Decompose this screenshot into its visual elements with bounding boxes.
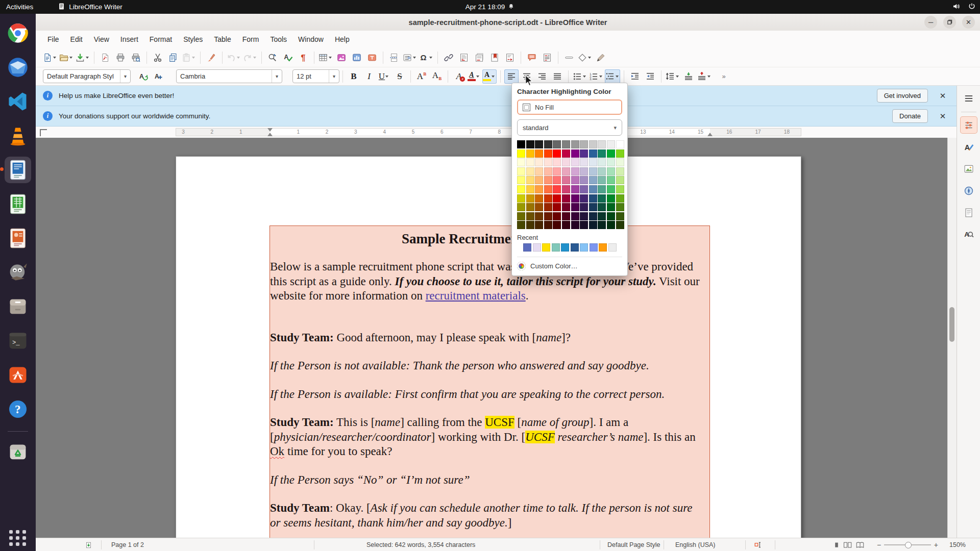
palette-color[interactable]	[526, 158, 534, 166]
chevron-down-icon[interactable]	[192, 57, 195, 59]
document-modified-icon[interactable]	[85, 538, 92, 551]
palette-color[interactable]	[544, 167, 552, 176]
palette-color[interactable]	[535, 185, 543, 193]
palette-color[interactable]	[589, 221, 597, 229]
insert-image-button[interactable]	[334, 51, 349, 65]
close-button[interactable]: ✕	[962, 16, 975, 29]
sidebar-tab-styles[interactable]: A	[960, 138, 977, 156]
palette-color[interactable]	[562, 176, 570, 184]
palette-color[interactable]	[553, 149, 561, 158]
clone-formatting-button[interactable]	[204, 51, 218, 65]
palette-color[interactable]	[517, 203, 525, 211]
dock-item-gimp[interactable]	[5, 259, 31, 286]
menu-edit[interactable]: Edit	[65, 32, 88, 46]
palette-color[interactable]	[544, 221, 552, 229]
print-button[interactable]	[113, 51, 128, 65]
palette-color[interactable]	[562, 194, 570, 203]
palette-color[interactable]	[544, 140, 552, 148]
palette-color[interactable]	[616, 149, 624, 158]
find-replace-button[interactable]	[265, 51, 280, 65]
subscript-button[interactable]: AB	[430, 69, 444, 84]
clock-menu[interactable]: Apr 21 18:09	[465, 0, 514, 14]
palette-color[interactable]	[580, 158, 588, 166]
palette-select[interactable]: standard ▾	[517, 119, 622, 136]
recent-color[interactable]	[552, 243, 560, 252]
palette-color[interactable]	[544, 203, 552, 211]
palette-color[interactable]	[544, 149, 552, 158]
dock-item-files[interactable]	[5, 293, 31, 320]
increase-indent-button[interactable]	[628, 69, 642, 84]
palette-color[interactable]	[526, 185, 534, 193]
font-color-button[interactable]: A	[467, 69, 481, 84]
dock-item-ubuntu-software[interactable]	[5, 362, 31, 388]
close-icon[interactable]: ✕	[936, 89, 949, 103]
ordered-list-button[interactable]: 1.2.3.	[589, 69, 604, 84]
palette-color[interactable]	[553, 167, 561, 176]
document-page[interactable]: Sample Recruitment Below is a sample rec…	[176, 156, 801, 538]
palette-color[interactable]	[553, 140, 561, 148]
recruitment-materials-link[interactable]: recruitment materials	[426, 289, 526, 302]
insert-chart-button[interactable]	[350, 51, 364, 65]
sidebar-tab-gallery[interactable]	[960, 160, 977, 178]
palette-color[interactable]	[517, 221, 525, 229]
menu-file[interactable]: File	[42, 32, 65, 46]
palette-color[interactable]	[598, 221, 606, 229]
chevron-down-icon[interactable]	[676, 76, 679, 78]
palette-color[interactable]	[607, 167, 615, 176]
palette-color[interactable]	[580, 140, 588, 148]
sidebar-tab-page[interactable]	[960, 204, 977, 221]
page-style[interactable]: Default Page Style	[607, 538, 660, 551]
app-menu[interactable]: LibreOffice Writer	[52, 0, 129, 14]
no-fill-button[interactable]: No Fill	[517, 99, 622, 115]
formatting-marks-button[interactable]: ¶	[296, 51, 310, 65]
cut-button[interactable]	[151, 51, 165, 65]
palette-color[interactable]	[517, 185, 525, 193]
menu-tools[interactable]: Tools	[264, 32, 292, 46]
outline-format-button[interactable]	[605, 69, 620, 84]
palette-color[interactable]	[589, 158, 597, 166]
chevron-down-icon[interactable]	[69, 57, 72, 59]
export-pdf-button[interactable]	[98, 51, 112, 65]
palette-color[interactable]	[589, 212, 597, 220]
palette-color[interactable]	[553, 185, 561, 193]
palette-color[interactable]	[526, 140, 534, 148]
vertical-scrollbar[interactable]	[947, 138, 957, 538]
chevron-down-icon[interactable]	[599, 76, 602, 78]
system-status-area[interactable]	[952, 0, 976, 14]
italic-button[interactable]: I	[362, 69, 376, 84]
palette-color[interactable]	[598, 212, 606, 220]
palette-color[interactable]	[526, 176, 534, 184]
recent-color[interactable]	[590, 243, 598, 252]
font-size-combo[interactable]: 12 pt▾	[292, 69, 339, 83]
palette-color[interactable]	[562, 158, 570, 166]
palette-color[interactable]	[544, 176, 552, 184]
page-count[interactable]: Page 1 of 2	[111, 538, 144, 551]
dock-item-terminal[interactable]: >_	[5, 328, 31, 354]
insert-page-break-button[interactable]	[387, 51, 401, 65]
increase-paragraph-spacing-button[interactable]	[681, 69, 696, 84]
align-left-button[interactable]	[504, 69, 519, 84]
horizontal-ruler[interactable]: 321123456789101112131415161718	[36, 127, 957, 138]
insert-cross-reference-button[interactable]	[503, 51, 517, 65]
new-document-button[interactable]	[42, 51, 58, 65]
palette-color[interactable]	[562, 167, 570, 176]
recent-color[interactable]	[571, 243, 579, 252]
undo-button[interactable]	[226, 51, 241, 65]
palette-color[interactable]	[562, 185, 570, 193]
palette-color[interactable]	[562, 221, 570, 229]
palette-color[interactable]	[517, 140, 525, 148]
palette-color[interactable]	[616, 176, 624, 184]
palette-color[interactable]	[526, 149, 534, 158]
recent-color[interactable]	[608, 243, 617, 252]
palette-color[interactable]	[589, 185, 597, 193]
recent-color[interactable]	[533, 243, 541, 252]
palette-color[interactable]	[607, 203, 615, 211]
get-involved-button[interactable]: Get involved	[877, 89, 928, 103]
superscript-button[interactable]: AB	[414, 69, 429, 84]
palette-color[interactable]	[553, 194, 561, 203]
view-layout-buttons[interactable]	[833, 538, 865, 551]
palette-color[interactable]	[580, 185, 588, 193]
chevron-down-icon[interactable]	[329, 57, 332, 59]
palette-color[interactable]	[571, 167, 579, 176]
palette-color[interactable]	[580, 176, 588, 184]
